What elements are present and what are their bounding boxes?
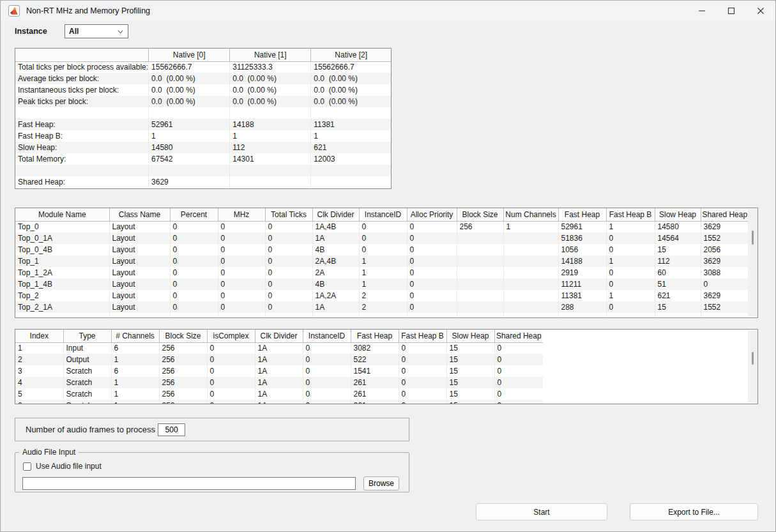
table-cell[interactable]: 0 xyxy=(170,267,218,278)
table-cell[interactable]: 1A xyxy=(255,342,303,354)
table-cell[interactable]: 6 xyxy=(111,342,159,354)
table-cell[interactable]: 0 xyxy=(265,267,312,278)
table-cell[interactable]: 1 xyxy=(230,130,311,142)
table-cell[interactable]: Total ticks per block process available: xyxy=(15,61,149,73)
table-cell[interactable]: Layout xyxy=(109,301,170,313)
table-cell[interactable] xyxy=(457,232,503,244)
table-cell[interactable]: 112 xyxy=(655,255,701,267)
table-cell[interactable] xyxy=(503,244,558,255)
table-row[interactable]: Top_1Layout0002A,4B101418811123629 xyxy=(15,255,749,267)
table-cell[interactable]: 14580 xyxy=(655,221,701,232)
table-cell[interactable]: 1 xyxy=(606,221,655,232)
table-cell[interactable]: 51 xyxy=(655,278,701,290)
table-cell[interactable] xyxy=(15,107,149,119)
table-cell[interactable]: 15 xyxy=(446,342,494,354)
table-cell[interactable]: 4 xyxy=(15,377,63,388)
table-cell[interactable]: 2056 xyxy=(701,244,749,255)
module-table-scrollbar[interactable] xyxy=(748,209,757,317)
table-cell[interactable]: 0 xyxy=(407,278,457,290)
table-cell[interactable] xyxy=(312,313,359,318)
table-cell[interactable] xyxy=(230,176,311,188)
table-cell[interactable]: 0.0 (0.00 %) xyxy=(230,96,311,107)
table-cell[interactable]: 0 xyxy=(218,267,265,278)
table-cell[interactable]: 256 xyxy=(159,377,207,388)
table-row[interactable]: Top_0Layout0001A,4B002561529611145803629 xyxy=(15,221,749,232)
table-cell[interactable]: Scratch xyxy=(63,365,111,377)
table-cell[interactable]: Top_2_1A xyxy=(15,301,109,313)
table-cell[interactable]: 0 xyxy=(303,342,351,354)
table-cell[interactable]: 0 xyxy=(218,290,265,301)
table-row[interactable]: Top_0_1ALayout0001A00518360145641552 xyxy=(15,232,749,244)
table-cell[interactable]: 3629 xyxy=(701,290,749,301)
table-cell[interactable] xyxy=(457,313,503,318)
table-row[interactable]: 5Scratch125601A02610150 xyxy=(15,388,543,400)
table-cell[interactable]: 0 xyxy=(265,255,312,267)
table-cell[interactable]: 15562666.7 xyxy=(311,61,391,73)
table-cell[interactable]: 1A xyxy=(255,400,303,404)
table-cell[interactable]: 522 xyxy=(351,354,399,365)
table-cell[interactable]: 0 xyxy=(303,354,351,365)
table-cell[interactable]: 1 xyxy=(111,400,159,404)
table-row[interactable]: Top_1_4BLayout0004B10112110510 xyxy=(15,278,749,290)
table-cell[interactable] xyxy=(606,313,655,318)
table-row[interactable] xyxy=(15,313,749,318)
table-cell[interactable] xyxy=(311,107,391,119)
start-button[interactable]: Start xyxy=(476,503,607,521)
table-cell[interactable]: 3629 xyxy=(701,221,749,232)
table-cell[interactable] xyxy=(109,313,170,318)
table-cell[interactable]: 0 xyxy=(606,232,655,244)
table-cell[interactable]: 0 xyxy=(265,278,312,290)
table-cell[interactable]: 5 xyxy=(15,388,63,400)
table-cell[interactable]: Top_2 xyxy=(15,290,109,301)
table-cell[interactable]: 1 xyxy=(111,354,159,365)
audio-path-input[interactable] xyxy=(22,477,356,490)
table-cell[interactable]: 60 xyxy=(655,267,701,278)
table-cell[interactable]: 0 xyxy=(303,365,351,377)
table-cell[interactable] xyxy=(407,313,457,318)
table-cell[interactable]: 0.0 (0.00 %) xyxy=(149,96,230,107)
table-cell[interactable]: 14188 xyxy=(558,255,606,267)
table-cell[interactable]: 0 xyxy=(218,232,265,244)
table-cell[interactable]: Layout xyxy=(109,244,170,255)
table-cell[interactable]: Scratch xyxy=(63,400,111,404)
table-cell[interactable]: 0 xyxy=(606,301,655,313)
table-cell[interactable] xyxy=(230,107,311,119)
buffer-table-scrollbar[interactable] xyxy=(748,330,757,403)
buffer-table-scroll-thumb[interactable] xyxy=(752,352,754,365)
table-cell[interactable]: 0 xyxy=(218,278,265,290)
table-cell[interactable]: 4B xyxy=(312,278,359,290)
table-cell[interactable] xyxy=(359,313,407,318)
table-cell[interactable]: 261 xyxy=(351,377,399,388)
table-cell[interactable]: 0 xyxy=(494,377,543,388)
table-cell[interactable]: 2 xyxy=(359,290,407,301)
table-cell[interactable]: 1 xyxy=(15,342,63,354)
table-cell[interactable] xyxy=(701,313,749,318)
table-cell[interactable]: 11381 xyxy=(311,119,391,130)
table-row[interactable]: 4Scratch125601A02610150 xyxy=(15,377,543,388)
table-cell[interactable]: Layout xyxy=(109,267,170,278)
table-cell[interactable]: Top_0 xyxy=(15,221,109,232)
table-cell[interactable] xyxy=(503,290,558,301)
table-cell[interactable]: 1A xyxy=(255,365,303,377)
table-cell[interactable]: 0 xyxy=(407,301,457,313)
table-cell[interactable]: Scratch xyxy=(63,377,111,388)
table-cell[interactable]: 1 xyxy=(359,278,407,290)
table-cell[interactable]: Top_0_4B xyxy=(15,244,109,255)
table-row[interactable]: Average ticks per block:0.0 (0.00 %)0.0 … xyxy=(15,73,391,84)
table-cell[interactable]: 0.0 (0.00 %) xyxy=(311,84,391,96)
table-cell[interactable]: 256 xyxy=(159,388,207,400)
table-cell[interactable]: 0 xyxy=(170,232,218,244)
table-cell[interactable]: 0.0 (0.00 %) xyxy=(230,84,311,96)
table-cell[interactable]: 0 xyxy=(218,301,265,313)
table-cell[interactable]: 0 xyxy=(407,255,457,267)
table-cell[interactable]: 4B xyxy=(312,244,359,255)
table-cell[interactable] xyxy=(457,255,503,267)
table-cell[interactable]: 15 xyxy=(446,388,494,400)
table-row[interactable]: Peak ticks per block:0.0 (0.00 %)0.0 (0.… xyxy=(15,96,391,107)
table-cell[interactable]: 0 xyxy=(407,267,457,278)
table-cell[interactable]: 0.0 (0.00 %) xyxy=(230,73,311,84)
table-cell[interactable]: 15 xyxy=(446,377,494,388)
table-cell[interactable]: 0 xyxy=(170,290,218,301)
table-row[interactable]: 3Scratch625601A015410150 xyxy=(15,365,543,377)
table-cell[interactable]: 1A xyxy=(312,301,359,313)
